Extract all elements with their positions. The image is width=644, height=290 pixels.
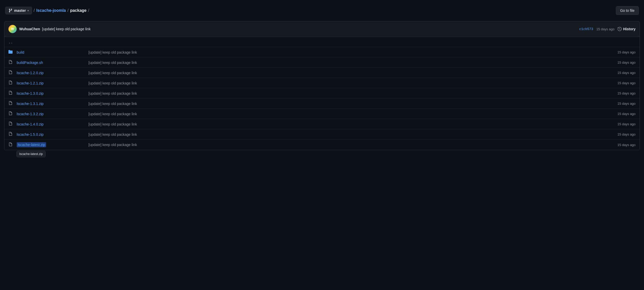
file-name[interactable]: lscache-1.2.1.zip	[17, 81, 88, 85]
file-table: W WuhuaChen [update] keep old package li…	[4, 21, 640, 150]
parent-dir-row[interactable]: ..	[4, 37, 640, 47]
commit-author[interactable]: WuhuaChen	[19, 27, 40, 31]
table-row: buildPackage.sh [update] keep old packag…	[4, 57, 640, 68]
file-name-text: lscache-latest.zip	[17, 142, 46, 147]
table-row: lscache-1.2.1.zip [update] keep old pack…	[4, 78, 640, 88]
commit-message-cell: [update] keep old package link	[88, 122, 605, 126]
commit-time: 15 days ago	[596, 27, 615, 31]
avatar: W	[8, 25, 17, 33]
table-row: lscache-1.2.0.zip [update] keep old pack…	[4, 68, 640, 78]
file-name[interactable]: buildPackage.sh	[17, 61, 88, 65]
file-time: 15 days ago	[605, 71, 636, 75]
file-icon	[8, 101, 15, 106]
table-row: lscache-1.3.0.zip [update] keep old pack…	[4, 88, 640, 99]
file-icon	[8, 142, 15, 147]
path-separator-3: /	[88, 8, 89, 13]
repo-link[interactable]: lscache-joomla	[36, 8, 66, 13]
commit-message-cell: [update] keep old package link	[88, 143, 605, 147]
commit-message-cell: [update] keep old package link	[88, 91, 605, 95]
commit-message-cell: [update] keep old package link	[88, 61, 605, 65]
commit-message-cell: [update] keep old package link	[88, 71, 605, 75]
commit-header-left: W WuhuaChen [update] keep old package li…	[8, 25, 90, 33]
path-separator-2: /	[67, 8, 68, 13]
file-icon	[8, 70, 15, 75]
file-name[interactable]: lscache-1.5.0.zip	[17, 132, 88, 137]
commit-message: [update] keep old package link	[42, 27, 90, 31]
table-row: lscache-1.3.2.zip [update] keep old pack…	[4, 109, 640, 119]
file-time: 15 days ago	[605, 50, 636, 54]
path-separator-1: /	[34, 8, 35, 13]
commit-message-cell: [update] keep old package link	[88, 132, 605, 137]
file-name[interactable]: lscache-1.2.0.zip	[17, 71, 88, 75]
history-label: History	[623, 27, 636, 31]
file-icon	[8, 91, 15, 96]
top-bar: master ▾ / lscache-joomla / package / Go…	[4, 4, 640, 17]
git-branch-icon	[8, 8, 13, 13]
table-row: lscache-1.5.0.zip [update] keep old pack…	[4, 129, 640, 140]
go-to-file-button[interactable]: Go to file	[616, 6, 639, 15]
commit-message-cell: [update] keep old package link	[88, 50, 605, 54]
commit-message-cell: [update] keep old package link	[88, 102, 605, 106]
folder-icon	[8, 50, 15, 55]
parent-dir-text: ..	[8, 40, 13, 44]
file-name[interactable]: lscache-1.3.1.zip	[17, 102, 88, 106]
tooltip-text: lscache-latest.zip	[19, 152, 43, 156]
table-row: build [update] keep old package link 15 …	[4, 47, 640, 57]
commit-header: W WuhuaChen [update] keep old package li…	[4, 21, 640, 37]
file-time: 15 days ago	[605, 122, 636, 126]
chevron-down-icon: ▾	[27, 9, 29, 12]
commit-message-cell: [update] keep old package link	[88, 81, 605, 85]
branch-name: master	[14, 8, 26, 13]
history-icon	[618, 27, 622, 31]
commit-message-cell: [update] keep old package link	[88, 112, 605, 116]
file-time: 15 days ago	[605, 81, 636, 85]
file-icon	[8, 122, 15, 127]
branch-path: master ▾ / lscache-joomla / package /	[5, 7, 91, 14]
branch-selector[interactable]: master ▾	[5, 7, 32, 14]
table-row: lscache-latest.zip [update] keep old pac…	[4, 140, 640, 150]
file-name[interactable]: lscache-1.3.0.zip	[17, 91, 88, 95]
file-name[interactable]: lscache-1.4.0.zip	[17, 122, 88, 126]
history-button[interactable]: History	[618, 27, 636, 31]
file-time: 15 days ago	[605, 61, 636, 64]
table-row: lscache-1.4.0.zip [update] keep old pack…	[4, 119, 640, 129]
file-icon	[8, 111, 15, 116]
file-time: 15 days ago	[605, 112, 636, 116]
file-time: 15 days ago	[605, 132, 636, 136]
file-name[interactable]: lscache-1.3.2.zip	[17, 112, 88, 116]
current-folder: package	[70, 8, 86, 13]
commit-header-right: c1cb573 15 days ago History	[579, 27, 636, 31]
file-icon	[8, 60, 15, 65]
file-table-wrapper: W WuhuaChen [update] keep old package li…	[4, 21, 640, 157]
commit-sha[interactable]: c1cb573	[579, 27, 593, 31]
file-icon	[8, 132, 15, 137]
file-name[interactable]: lscache-latest.zip	[17, 143, 88, 147]
file-icon	[8, 81, 15, 85]
file-name[interactable]: build	[17, 50, 88, 54]
file-time: 15 days ago	[605, 102, 636, 105]
file-time: 15 days ago	[605, 143, 636, 147]
table-row: lscache-1.3.1.zip [update] keep old pack…	[4, 99, 640, 109]
file-rows-container: build [update] keep old package link 15 …	[4, 47, 640, 150]
file-time: 15 days ago	[605, 91, 636, 95]
file-tooltip: lscache-latest.zip	[16, 151, 46, 157]
